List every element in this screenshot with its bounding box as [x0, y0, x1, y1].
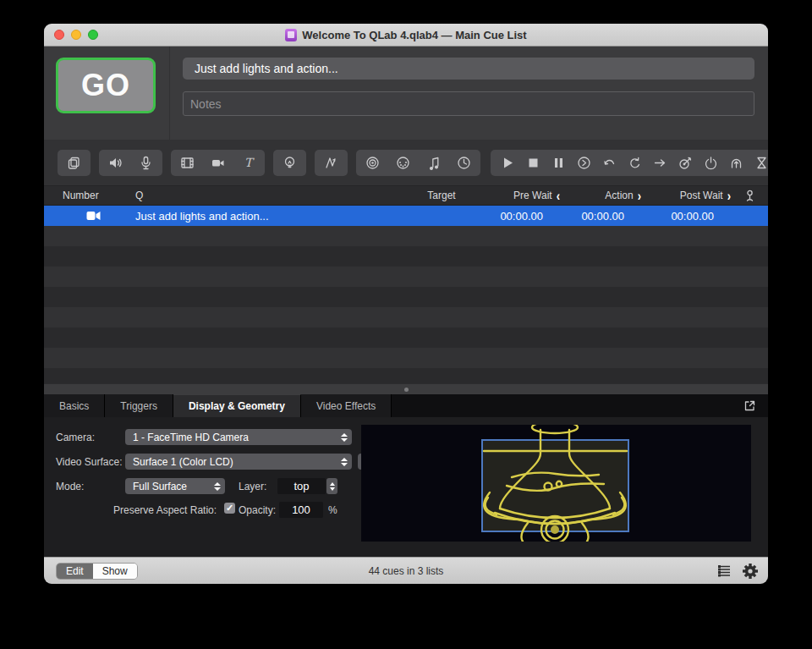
layer-label: Layer: [239, 481, 266, 492]
mic-cue-icon[interactable] [139, 156, 153, 170]
window-title: Welcome To QLab 4.qlab4 — Main Cue List [302, 29, 526, 41]
fade-cue-icon[interactable] [324, 156, 338, 170]
goto-icon[interactable] [653, 156, 667, 170]
mode-select[interactable]: Full Surface [125, 478, 225, 494]
expand-right-icon[interactable]: › [638, 188, 641, 204]
display-geometry-panel: Camera: 1 - FaceTime HD Camera Video Sur… [44, 417, 768, 557]
tab-video-effects[interactable]: Video Effects [301, 394, 392, 417]
load-icon[interactable] [577, 156, 591, 170]
network-cue-icon[interactable] [365, 156, 380, 170]
mode-label: Mode: [56, 481, 84, 492]
go-button[interactable]: GO [56, 58, 156, 113]
cue-name[interactable]: Just add lights and action... [130, 210, 408, 223]
cue-lists-icon[interactable] [717, 565, 731, 577]
layer-stepper[interactable] [326, 478, 337, 494]
cue-post-wait[interactable]: 00:00.00 [641, 210, 731, 223]
toolbar-group-transport [491, 150, 768, 176]
camera-cue-type-icon [56, 211, 130, 221]
toolbar-group-light [273, 150, 306, 176]
settings-gear-icon[interactable] [743, 564, 758, 579]
video-surface-select[interactable]: Surface 1 (Color LCD) [125, 454, 352, 470]
column-pre-wait[interactable]: Pre Wait ‹ [475, 190, 560, 202]
tab-triggers[interactable]: Triggers [105, 394, 173, 417]
zoom-window-button[interactable] [88, 30, 98, 40]
toolbar-group-audio [99, 150, 162, 176]
notes-input[interactable]: Notes [183, 91, 754, 116]
timecode-cue-icon[interactable] [457, 156, 471, 170]
collapse-left-icon[interactable]: ‹ [557, 188, 560, 204]
text-cue-icon[interactable]: T [241, 156, 255, 170]
camera-cue-icon[interactable] [211, 156, 225, 170]
svg-text:T: T [244, 156, 255, 169]
footer-bar: Edit Show 44 cues in 3 lists [44, 557, 768, 584]
column-action[interactable]: Action › [560, 190, 641, 202]
group-cue-icon[interactable] [67, 156, 81, 170]
cue-title-input[interactable]: Just add lights and action... [183, 58, 754, 80]
opacity-unit: % [328, 504, 337, 516]
cue-count-status: 44 cues in 3 lists [369, 565, 444, 577]
undo-icon[interactable] [602, 156, 617, 170]
cue-action[interactable]: 00:00.00 [560, 210, 641, 223]
tab-basics[interactable]: Basics [44, 394, 105, 417]
inspector-tab-bar: Basics Triggers Display & Geometry Video… [44, 394, 768, 417]
stop-icon[interactable] [526, 156, 540, 170]
midi-cue-icon[interactable] [396, 156, 410, 170]
light-cue-icon[interactable] [283, 156, 297, 170]
flask-preview-art [361, 425, 751, 542]
head-section: GO Just add lights and action... Notes [44, 47, 768, 140]
opacity-label: Opacity: [239, 504, 276, 516]
cue-list-header: Number Q Target Pre Wait ‹ Action › Post… [44, 185, 768, 206]
qlab-window: Welcome To QLab 4.qlab4 — Main Cue List … [44, 24, 768, 584]
column-number[interactable]: Number [56, 190, 130, 201]
redo-icon[interactable] [628, 156, 642, 170]
cue-pre-wait[interactable]: 00:00.00 [475, 210, 560, 223]
traffic-lights [54, 24, 98, 46]
tab-display-geometry[interactable]: Display & Geometry [173, 394, 301, 417]
wait-icon[interactable] [754, 156, 768, 170]
audio-cue-icon[interactable] [108, 156, 123, 170]
play-icon[interactable] [501, 156, 515, 170]
head-divider [169, 47, 170, 140]
splitter-handle-icon [404, 388, 409, 392]
column-target[interactable]: Target [408, 190, 475, 201]
chevron-updown-icon [214, 478, 221, 494]
camera-select[interactable]: 1 - FaceTime HD Camera [125, 429, 352, 445]
camera-label: Camera: [56, 432, 95, 443]
video-cue-icon[interactable] [180, 156, 195, 170]
midi-file-cue-icon[interactable] [426, 156, 441, 170]
document-icon [285, 29, 297, 41]
cue-row-selected[interactable]: Just add lights and action... 00:00.00 0… [44, 206, 768, 226]
arm-icon[interactable] [704, 156, 718, 170]
toolbar-group-video: T [171, 150, 265, 176]
toolbar-group-network [356, 150, 480, 176]
minimize-window-button[interactable] [71, 30, 81, 40]
layer-field[interactable]: top [277, 478, 326, 494]
load-to-time-icon[interactable] [729, 156, 743, 170]
title-bar: Welcome To QLab 4.qlab4 — Main Cue List [44, 24, 768, 47]
preserve-aspect-label: Preserve Aspect Ratio: [113, 504, 217, 516]
retarget-icon[interactable] [678, 156, 693, 170]
preserve-aspect-checkbox[interactable]: ✓ [224, 503, 235, 514]
chevron-updown-icon [341, 429, 348, 445]
chevron-updown-icon [341, 454, 348, 470]
show-mode-button[interactable]: Show [93, 564, 137, 579]
inspector-splitter[interactable] [44, 383, 768, 394]
popout-inspector-icon[interactable] [742, 398, 758, 414]
edit-mode-button[interactable]: Edit [57, 564, 93, 579]
video-surface-label: Video Surface: [56, 456, 123, 468]
expand-right-icon[interactable]: › [727, 188, 731, 204]
armed-column-mic-icon[interactable] [731, 190, 768, 202]
cue-toolbar: T [44, 140, 768, 185]
pause-icon[interactable] [551, 156, 566, 170]
video-preview[interactable] [361, 425, 751, 542]
edit-show-toggle: Edit Show [56, 563, 138, 580]
toolbar-group-group [58, 150, 91, 176]
toolbar-group-fade [315, 150, 348, 176]
column-post-wait[interactable]: Post Wait › [641, 190, 731, 202]
opacity-field[interactable]: 100 [279, 502, 323, 518]
column-q[interactable]: Q [130, 190, 408, 201]
cue-list-empty-area[interactable] [44, 226, 768, 383]
close-window-button[interactable] [54, 30, 64, 40]
